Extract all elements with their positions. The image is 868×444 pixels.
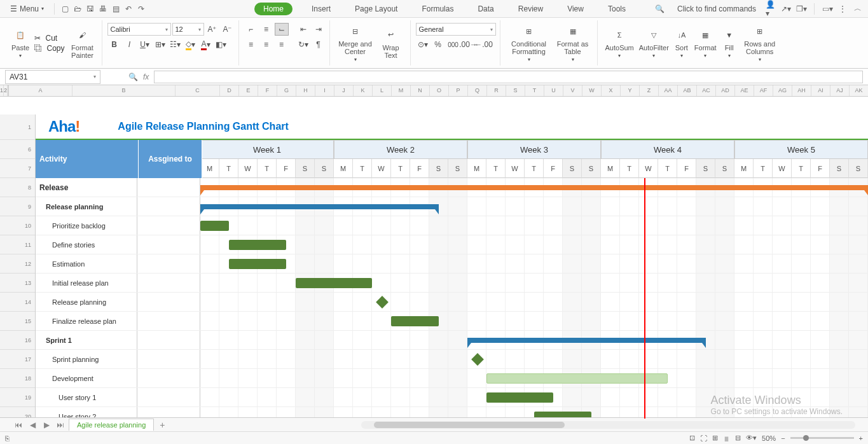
column-header[interactable]: AJ [830,85,850,96]
column-header[interactable]: X [602,85,621,96]
column-header[interactable]: AE [735,85,754,96]
column-header[interactable]: N [411,85,430,96]
tab-review[interactable]: Review [513,2,548,16]
tab-tools[interactable]: Tools [603,2,631,16]
view-break-icon[interactable]: ⊟ [735,434,741,442]
view-icon-1[interactable]: ⊡ [689,434,695,442]
copy-button[interactable]: ⿻ Copy [34,44,64,53]
row-header[interactable]: 10 [0,216,35,235]
print-icon[interactable]: 🖶 [98,4,108,14]
zoom-icon[interactable]: 🔍 [128,73,138,81]
column-header[interactable]: G [277,85,296,96]
wrap-text-button[interactable]: ↩ Wrap Text [376,26,406,60]
open-file-icon[interactable]: 🗁 [72,4,83,14]
sheet-tab-active[interactable]: Agile release planning [69,419,154,431]
column-header[interactable]: D [220,85,239,96]
increase-decimal-button[interactable]: .00→ [462,38,476,51]
column-header[interactable]: H [296,85,315,96]
column-header[interactable]: AI [811,85,830,96]
column-header[interactable]: AH [792,85,811,96]
column-header[interactable]: AC [697,85,716,96]
column-header[interactable]: AG [773,85,792,96]
column-header[interactable]: F [258,85,277,96]
gantt-bar[interactable] [229,240,286,250]
column-header[interactable]: Z [640,85,659,96]
decrease-decimal-button[interactable]: ←.00 [477,38,491,51]
row-header[interactable]: 16 [0,331,35,350]
column-header[interactable]: I [315,85,334,96]
column-header[interactable]: A [9,85,72,96]
fill-button[interactable]: ▼Fill▾ [719,26,740,60]
align-bottom-button[interactable]: ⌙ [275,23,289,36]
autosum-button[interactable]: ΣAutoSum▾ [603,26,637,60]
row-header[interactable]: 13 [0,274,35,293]
name-box[interactable]: AV31 ▾ [5,70,100,84]
column-header[interactable]: S [506,85,525,96]
align-right-button[interactable]: ≡ [275,38,289,51]
zoom-in-button[interactable]: + [859,434,863,442]
gantt-bar[interactable] [467,338,706,343]
paste-button[interactable]: 📋 Paste▾ [9,26,32,60]
column-header[interactable]: T [525,85,544,96]
gantt-bar[interactable] [229,259,286,269]
window-icon[interactable]: ❐▾ [796,4,806,14]
currency-button[interactable]: ⊙▾ [416,38,430,51]
row-header[interactable]: 14 [0,293,35,312]
align-middle-button[interactable]: ≡ [259,23,273,36]
undo-icon[interactable]: ↶ [123,4,134,14]
add-sheet-button[interactable]: + [156,420,168,430]
font-size-select[interactable]: 12▾ [172,23,204,36]
tab-home[interactable]: Home [254,3,293,15]
column-header[interactable]: AB [678,85,697,96]
gantt-bar[interactable] [200,221,229,231]
formula-input[interactable] [154,71,863,83]
scrollbar-thumb[interactable] [374,422,565,428]
sheet-nav-first[interactable]: ⏮ [13,420,24,429]
share-icon[interactable]: ↗▾ [781,4,791,14]
column-header[interactable]: O [430,85,449,96]
increase-font-button[interactable]: A⁺ [205,23,219,36]
column-header[interactable]: Q [468,85,487,96]
tab-data[interactable]: Data [472,2,499,16]
decrease-font-button[interactable]: A⁻ [221,23,235,36]
font-name-select[interactable]: Calibri▾ [107,23,171,36]
number-format-select[interactable]: General▾ [416,23,496,36]
row-header[interactable]: 19 [0,388,35,407]
sheet-nav-prev[interactable]: ◀ [27,420,38,429]
view-normal-icon[interactable]: ⊞ [712,434,718,442]
horizontal-scrollbar[interactable] [361,421,855,429]
column-header[interactable]: M [392,85,411,96]
column-header[interactable]: AK [850,85,868,96]
new-file-icon[interactable]: ▢ [60,4,70,14]
autofilter-button[interactable]: ▽AutoFilter▾ [637,26,672,60]
align-center-button[interactable]: ≡ [259,38,273,51]
column-header[interactable]: U [544,85,563,96]
font-color-button[interactable]: A▾ [199,38,213,51]
redo-icon[interactable]: ↷ [136,4,146,14]
clear-format-button[interactable]: ◧▾ [214,38,228,51]
cut-button[interactable]: ✂ Cut [34,34,64,43]
increase-indent-button[interactable]: ⇥ [312,23,326,36]
column-header[interactable]: AF [754,85,773,96]
zoom-value[interactable]: 50% [762,434,776,442]
column-header[interactable]: AA [659,85,678,96]
select-all[interactable] [8,85,8,96]
collapse-ribbon-icon[interactable]: ︿ [853,4,863,14]
user-icon[interactable]: 👤▾ [766,4,776,14]
row-header[interactable]: 11 [0,235,35,254]
italic-button[interactable]: I [123,38,137,51]
column-header[interactable]: P [449,85,468,96]
row-header[interactable]: 8 [0,178,35,197]
column-header[interactable]: W [582,85,602,96]
gantt-bar[interactable] [200,204,439,209]
notes-icon[interactable]: ▭▾ [822,4,832,14]
gantt-bar[interactable] [296,278,372,288]
column-header[interactable]: E [239,85,258,96]
command-search[interactable]: 🔍 Click to find commands [645,0,766,18]
column-header[interactable]: B [72,85,176,96]
orientation-button[interactable]: ↻▾ [296,38,310,51]
print-preview-icon[interactable]: ▤ [111,4,121,14]
row-header[interactable]: 18 [0,369,35,388]
row-header[interactable]: 6 [0,140,35,159]
underline-button[interactable]: U▾ [138,38,152,51]
